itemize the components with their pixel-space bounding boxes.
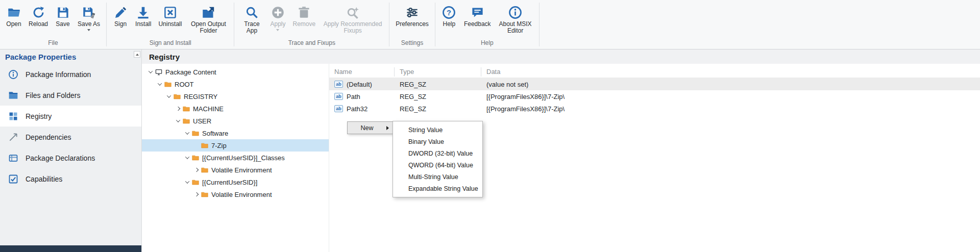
sidebar-item-label: Package Declarations [26,154,95,162]
folder-icon [191,154,202,162]
tree-item-registry[interactable]: REGISTRY [142,90,329,103]
menu-item-dword-value[interactable]: DWORD (32-bit) Value [393,147,482,159]
tree-item-volatile-environment-2[interactable]: Volatile Environment [142,188,329,200]
apply-plus-icon [271,4,285,21]
sidebar-item-label: Registry [26,112,52,120]
preferences-button-label: Preferences [396,21,429,28]
about-msix-editor-button[interactable]: About MSIX Editor [495,2,536,36]
folder-icon [201,142,211,149]
save-icon [56,4,70,21]
reload-button[interactable]: Reload [25,2,52,29]
table-row-default[interactable]: ab (Default) REG_SZ (value not set) [329,78,980,90]
chevron-down-icon[interactable] [183,156,191,159]
sign-button-label: Sign [114,21,127,28]
ribbon-group-sign-install-buttons: Sign Install Uninstall [107,0,234,38]
save-as-button[interactable]: Save As [74,2,104,33]
save-button[interactable]: Save [52,2,74,29]
table-row-path[interactable]: ab Path REG_SZ [{ProgramFilesX86}]\7-Zip… [329,90,980,103]
sign-button[interactable]: Sign [109,2,132,29]
table-row-path32[interactable]: ab Path32 REG_SZ [{ProgramFilesX86}]\7-Z… [329,103,980,115]
menu-item-expandable-string-value[interactable]: Expandable String Value [393,183,482,194]
tree-item-machine[interactable]: MACHINE [142,103,329,115]
menu-item-string-value[interactable]: String Value [393,124,482,136]
open-button-label: Open [6,21,21,28]
cell-name: ab Path [329,93,395,100]
remove-trash-icon [297,4,311,21]
column-header-type[interactable]: Type [395,67,481,77]
tree-item-label: [{CurrentUserSID}]_Classes [202,154,285,162]
chevron-down-icon[interactable] [146,70,155,73]
reload-icon [32,4,45,21]
chevron-down-icon[interactable] [174,119,182,122]
tree-item-label: USER [193,117,211,125]
trace-app-button-label: Trace App [240,21,263,34]
tree-item-user[interactable]: USER [142,115,329,127]
sidebar-item-package-information[interactable]: Package Information [0,64,141,85]
tree-item-label: Package Content [165,68,216,76]
column-header-data[interactable]: Data [481,67,980,77]
chevron-down-icon[interactable] [155,83,164,86]
ribbon-group-sign-install: Sign Install Uninstall [107,0,234,49]
chevron-right-icon[interactable] [174,107,182,110]
chevron-down-icon[interactable] [164,95,173,98]
sidebar-item-registry[interactable]: Registry [0,106,141,127]
tree-item-label: [{CurrentUserSID}] [202,179,257,186]
menu-item-multi-string-value[interactable]: Multi-String Value [393,171,482,183]
sidebar-package-properties: Package Properties Package Information F… [0,49,142,252]
save-button-label: Save [56,21,69,28]
chevron-down-icon[interactable] [183,181,191,184]
apply-recommended-fixups-button[interactable]: Apply Recommended Fixups [319,2,386,36]
tree-item-currentusersid[interactable]: [{CurrentUserSID}] [142,176,329,188]
tree-item-currentusersid-classes[interactable]: [{CurrentUserSID}]_Classes [142,152,329,164]
chevron-down-icon[interactable] [183,132,191,135]
string-value-icon: ab [334,105,343,112]
tree-item-package-content[interactable]: Package Content [142,66,329,78]
ribbon-group-file-buttons: Open Reload Save [0,0,106,38]
sidebar-item-package-declarations[interactable]: Package Declarations [0,147,141,168]
tree-item-label: Volatile Environment [211,191,272,198]
computer-icon [155,68,165,76]
table-header: Name Type Data [329,66,980,78]
info-icon [8,69,18,80]
sidebar-item-label: Package Information [26,70,91,79]
save-as-dropdown-icon[interactable] [87,29,90,31]
open-button[interactable]: Open [3,2,25,29]
registry-icon [8,111,18,121]
remove-button[interactable]: Remove [289,2,319,29]
tree-item-software[interactable]: Software [142,127,329,139]
sidebar-item-capabilities[interactable]: Capabilities [0,168,141,189]
context-menu-new-item[interactable]: New [347,121,393,134]
uninstall-icon [163,4,177,21]
feedback-button[interactable]: Feedback [460,2,495,29]
uninstall-button[interactable]: Uninstall [155,2,185,29]
scroll-up-button[interactable] [134,51,140,58]
preferences-button[interactable]: Preferences [392,2,432,29]
sidebar-footer-bar [0,245,141,252]
about-msix-editor-button-label: About MSIX Editor [498,21,533,34]
help-button[interactable]: ? Help [438,2,460,29]
help-button-label: Help [443,21,456,28]
tree-item-volatile-environment-1[interactable]: Volatile Environment [142,164,329,176]
sidebar-item-files-and-folders[interactable]: Files and Folders [0,85,141,106]
ribbon-separator [539,3,540,46]
tree-item-root[interactable]: ROOT [142,78,329,90]
ribbon-group-settings-buttons: Preferences [389,0,435,38]
cell-type: REG_SZ [395,105,481,113]
chevron-right-icon[interactable] [192,168,201,171]
sidebar-item-dependencies[interactable]: Dependencies [0,127,141,147]
ribbon-toolbar: Open Reload Save [0,0,980,49]
install-button[interactable]: Install [132,2,155,29]
open-output-folder-button[interactable]: Open Output Folder [185,2,231,36]
tree-item-7zip-selected[interactable]: 7-Zip [142,139,329,152]
registry-page: Registry Package Content ROOT [142,49,980,252]
apply-button[interactable]: Apply [266,2,289,33]
sign-pen-icon [114,4,128,21]
trace-app-button[interactable]: Trace App [237,2,266,36]
ribbon-group-label-sign-install: Sign and Install [107,38,234,49]
tree-item-label: REGISTRY [184,93,217,100]
apply-dropdown-icon [276,29,279,31]
menu-item-binary-value[interactable]: Binary Value [393,136,482,147]
chevron-right-icon[interactable] [192,193,201,196]
menu-item-qword-value[interactable]: QWORD (64-bit) Value [393,159,482,171]
column-header-name[interactable]: Name [329,67,395,77]
